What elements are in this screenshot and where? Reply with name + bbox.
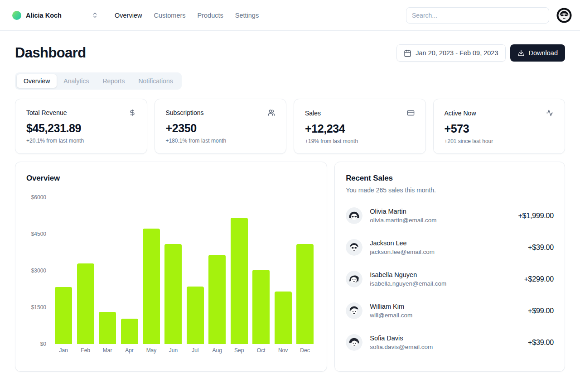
nav-link-customers[interactable]: Customers [154,12,185,19]
calendar-icon [404,49,411,57]
list-item: William Kim will@email.com +$99.00 [346,302,554,319]
bar-slot [228,197,250,344]
stat-title: Active Now [445,110,476,117]
customer-name: Sofia Davis [370,335,433,342]
sale-amount: +$99.00 [528,307,554,315]
x-axis-label: Dec [294,347,316,354]
bar-slot [294,197,316,344]
bar-chart: $6000$4500$3000$1500$0 JanFebMarAprMayJu… [26,197,316,354]
customer-avatar [346,239,362,256]
bar-slot [162,197,184,344]
dashboard-page: Dashboard Jan 20, 2023 - Feb 09, 2023 Do… [0,31,580,372]
chart-yaxis: $6000$4500$3000$1500$0 [26,197,46,344]
customer-email: jackson.lee@email.com [370,249,435,255]
stat-card-subscriptions: Subscriptions +2350 +180.1% from last mo… [155,99,287,154]
stat-delta: +20.1% from last month [26,138,136,144]
customer-name: Jackson Lee [370,239,435,247]
customer-name: Olivia Martin [370,208,436,215]
users-icon [268,109,275,116]
team-switcher-button[interactable]: Alicia Koch [12,11,98,20]
tab-analytics[interactable]: Analytics [57,74,96,88]
customer-email: isabella.nguyen@email.com [370,280,446,287]
stat-delta: +180.1% from last month [166,138,276,144]
download-button[interactable]: Download [510,44,566,62]
bar-may [143,229,160,344]
customer-email: will@email.com [370,312,412,319]
stat-card-active-now: Active Now +573 +201 since last hour [433,99,566,154]
stat-value: +2350 [166,122,276,135]
x-axis-label: Nov [272,347,294,354]
customer-name: Isabella Nguyen [370,271,446,278]
x-axis-label: Mar [97,347,118,354]
nav-link-settings[interactable]: Settings [235,12,259,19]
bar-jul [187,287,204,344]
sales-list: Olivia Martin olivia.martin@email.com +$… [346,207,554,351]
bar-slot [74,197,96,344]
customer-avatar [346,302,362,319]
stat-value: $45,231.89 [26,122,136,135]
stat-value: +12,234 [305,122,415,135]
tab-reports[interactable]: Reports [96,74,131,88]
x-axis-label: Feb [74,347,96,354]
bar-sep [231,218,248,344]
stat-title: Sales [305,110,321,117]
tab-overview[interactable]: Overview [17,74,57,88]
credit-card-icon [407,109,415,117]
activity-icon [546,109,554,117]
list-item: Jackson Lee jackson.lee@email.com +$39.0… [346,239,554,256]
list-item: Olivia Martin olivia.martin@email.com +$… [346,207,554,224]
bar-slot [97,197,118,344]
x-axis-label: Aug [206,347,228,354]
x-axis-label: Jul [184,347,206,354]
user-avatar[interactable] [556,8,572,23]
bar-slot [118,197,140,344]
tab-notifications[interactable]: Notifications [131,74,179,88]
tabs: Overview Analytics Reports Notifications [15,72,182,90]
bar-apr [121,319,138,344]
head-actions: Jan 20, 2023 - Feb 09, 2023 Download [396,44,565,62]
x-axis-label: Sep [228,347,250,354]
bar-slot [206,197,228,344]
date-range-button[interactable]: Jan 20, 2023 - Feb 09, 2023 [396,44,505,62]
stat-delta: +201 since last hour [445,138,554,144]
recent-sales-subtitle: You made 265 sales this month. [346,186,554,194]
stat-value: +573 [445,122,554,135]
sale-amount: +$299.00 [524,275,554,283]
customer-email: sofia.davis@email.com [370,344,433,350]
y-axis-tick: $0 [40,341,46,347]
team-name: Alicia Koch [26,12,62,19]
customer-avatar [346,334,362,351]
bar-slot [53,197,74,344]
bar-jun [164,244,182,344]
y-axis-tick: $1500 [31,304,46,311]
bottom-grid: Overview $6000$4500$3000$1500$0 JanFebMa… [15,162,565,372]
chart-months: JanFebMarAprMayJunJulAugSepOctNovDec [53,347,316,354]
overview-chart-card: Overview $6000$4500$3000$1500$0 JanFebMa… [15,162,327,372]
chevrons-up-down-icon [92,12,98,19]
dollar-sign-icon [129,109,136,116]
nav-link-overview[interactable]: Overview [115,12,142,19]
date-range-label: Jan 20, 2023 - Feb 09, 2023 [416,49,498,57]
customer-email: olivia.martin@email.com [370,217,436,224]
bar-jan [55,287,72,344]
search-input[interactable] [406,7,549,24]
sale-amount: +$39.00 [528,339,554,347]
nav-link-products[interactable]: Products [198,12,223,19]
bar-slot [140,197,162,344]
bar-slot [272,197,294,344]
y-axis-tick: $6000 [31,194,46,201]
customer-name: William Kim [370,303,412,310]
stat-card-sales: Sales +12,234 +19% from last month [294,99,426,154]
x-axis-label: May [140,347,162,354]
x-axis-label: Jun [162,347,184,354]
bar-nov [275,292,292,344]
bar-slot [250,197,272,344]
x-axis-label: Jan [53,347,74,354]
bar-slot [184,197,206,344]
recent-sales-card: Recent Sales You made 265 sales this mon… [334,162,565,372]
recent-sales-title: Recent Sales [346,174,554,183]
app-header: Alicia Koch Overview Customers Products … [0,0,580,31]
team-avatar [12,11,21,20]
list-item: Sofia Davis sofia.davis@email.com +$39.0… [346,334,554,351]
bar-feb [77,263,94,344]
